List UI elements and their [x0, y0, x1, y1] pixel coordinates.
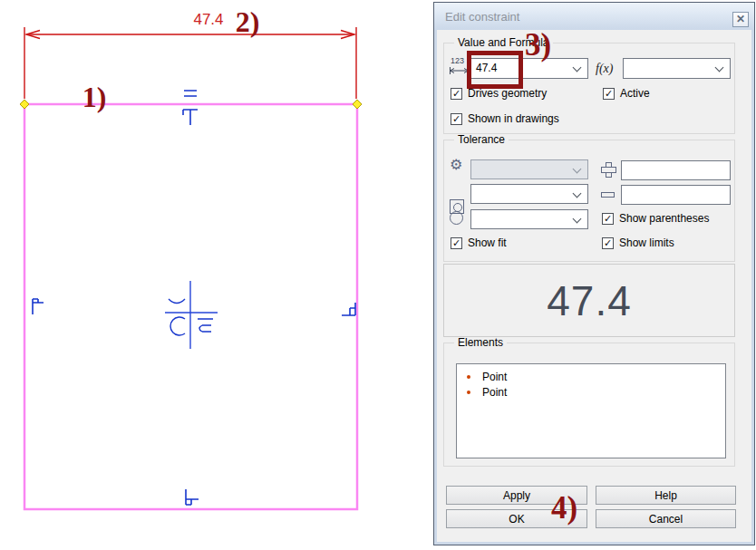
dimension-47-4[interactable]: [24, 27, 356, 99]
list-item-label: Point: [482, 386, 507, 399]
svg-text:123: 123: [451, 56, 464, 65]
checkbox-show-parentheses[interactable]: ✓ Show parentheses: [602, 212, 709, 225]
sketch-canvas: 47.4 1) 2): [0, 0, 433, 550]
cancel-button[interactable]: Cancel: [596, 509, 736, 528]
check-icon: ✓: [451, 237, 462, 249]
tolerance-group: Tolerance ⚙ ✓ Show parentheses: [443, 140, 735, 262]
help-button[interactable]: Help: [596, 486, 736, 505]
ok-button[interactable]: OK: [446, 509, 587, 528]
chevron-down-icon: [573, 215, 582, 224]
check-icon: ✓: [451, 88, 462, 100]
parallel-constraint-icon[interactable]: [184, 91, 197, 96]
tolerance-general-combo[interactable]: [470, 159, 588, 179]
close-icon[interactable]: ✕: [732, 12, 749, 27]
symbol-right-icon: [198, 319, 213, 332]
checkbox-shown-in-drawings[interactable]: ✓ Shown in drawings: [451, 112, 559, 125]
dialog-content: Value and Formula 123 47.4 f(x) ✓ Drives: [437, 30, 751, 542]
dimension-123-icon: 123: [449, 55, 470, 77]
dialog-titlebar[interactable]: Edit constraint ✕: [434, 3, 754, 30]
tolerance-plus-input[interactable]: [621, 160, 731, 180]
check-icon: ✓: [603, 88, 615, 100]
horizontal-constraint-icon-bottom[interactable]: [186, 489, 199, 505]
arc-symbol-left-icon: [170, 317, 185, 335]
gear-icon: ⚙: [450, 157, 462, 173]
checkbox-drives-geometry[interactable]: ✓ Drives geometry: [451, 87, 547, 100]
point-icon: [467, 391, 470, 394]
elements-listbox[interactable]: Point Point: [456, 363, 726, 458]
checkbox-label: Show fit: [468, 236, 507, 249]
elements-group-label: Elements: [454, 337, 507, 349]
annotation-2: 2): [236, 5, 260, 38]
minus-icon: [601, 192, 615, 198]
checkbox-label: Drives geometry: [468, 87, 547, 100]
value-combo[interactable]: 47.4: [470, 58, 588, 79]
elements-group: Elements Point Point: [443, 343, 735, 467]
horizontal-constraint-icon-top[interactable]: [183, 110, 198, 125]
chevron-down-icon: [573, 189, 582, 198]
checkbox-label: Active: [620, 87, 650, 100]
value-formula-group: Value and Formula 123 47.4 f(x) ✓ Drives: [443, 43, 735, 134]
dimension-value-label[interactable]: 47.4: [193, 11, 223, 28]
checkbox-show-fit[interactable]: ✓ Show fit: [451, 236, 507, 249]
sketch-point-top-right[interactable]: [353, 100, 362, 109]
apply-button[interactable]: Apply: [446, 486, 587, 505]
tolerance-shaft-combo[interactable]: [470, 209, 588, 229]
check-icon: ✓: [602, 213, 614, 225]
shaft-fit-icon: [450, 211, 463, 225]
chevron-down-icon: [573, 63, 582, 72]
dimension-preview-value: 47.4: [547, 276, 632, 325]
edit-constraint-dialog: Edit constraint ✕ Value and Formula 123 …: [433, 2, 755, 545]
dialog-title: Edit constraint: [445, 10, 519, 24]
list-item-label: Point: [482, 371, 507, 383]
tolerance-group-label: Tolerance: [454, 134, 509, 146]
list-item[interactable]: Point: [457, 369, 725, 384]
tolerance-minus-input[interactable]: [621, 185, 731, 205]
checkbox-active[interactable]: ✓ Active: [603, 87, 650, 100]
value-combo-value: 47.4: [476, 62, 497, 74]
checkbox-label: Show limits: [619, 236, 674, 249]
value-formula-group-label: Value and Formula: [454, 37, 553, 49]
tolerance-hole-combo[interactable]: [470, 184, 588, 204]
annotation-1: 1): [82, 81, 107, 113]
dimension-preview-box: 47.4: [443, 264, 735, 337]
checkbox-label: Shown in drawings: [468, 112, 559, 125]
formula-combo[interactable]: [623, 58, 731, 79]
check-icon: ✓: [602, 237, 614, 249]
sketch-origin-axes[interactable]: [165, 281, 218, 349]
check-icon: ✓: [451, 113, 462, 125]
arc-symbol-top-icon: [169, 299, 185, 304]
perpendicular-constraint-icon-right[interactable]: [342, 303, 355, 315]
list-item[interactable]: Point: [457, 384, 725, 400]
sketch-point-top-left[interactable]: [20, 100, 29, 109]
checkbox-label: Show parentheses: [619, 212, 709, 225]
fx-label: f(x): [596, 62, 613, 76]
chevron-down-icon: [573, 165, 582, 174]
perpendicular-constraint-icon-left[interactable]: [33, 299, 44, 314]
plus-icon: [601, 162, 615, 176]
checkbox-show-limits[interactable]: ✓ Show limits: [602, 236, 674, 249]
point-icon: [467, 375, 470, 379]
chevron-down-icon: [715, 63, 724, 72]
